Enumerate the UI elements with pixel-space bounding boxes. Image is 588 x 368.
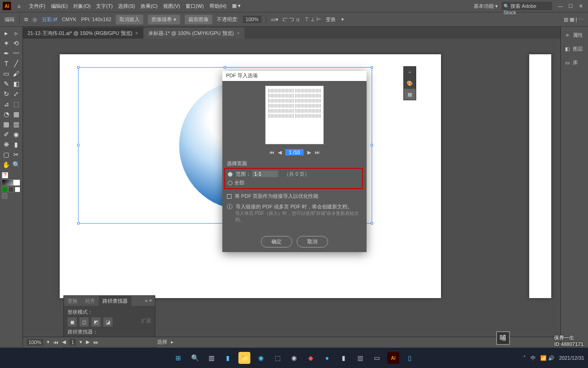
doc-tab-1[interactable]: 21-12-王鸿伟-01.ai* @ 150% (RGB/GPU 预览)× <box>23 28 143 39</box>
libraries-panel[interactable]: ▭库 <box>561 57 588 68</box>
arrange-docs-icon[interactable]: ▦ ▾ <box>230 2 243 11</box>
nav-first-icon[interactable]: ⏮ <box>53 339 58 345</box>
ok-button[interactable]: 确定 <box>261 236 292 247</box>
rectangle-tool[interactable]: ▭ <box>2 69 11 78</box>
menu-file[interactable]: 文件(F) <box>27 2 47 11</box>
magic-wand-tool[interactable]: ✶ <box>2 39 11 48</box>
panel-menu-icon[interactable]: « <box>404 67 416 78</box>
symbol-sprayer-tool[interactable]: ❋ <box>2 140 11 149</box>
app-icon-7[interactable]: ▯ <box>404 352 416 364</box>
minimize-button[interactable]: — <box>556 3 565 9</box>
next-page-icon[interactable]: ▶ <box>307 150 311 155</box>
artboard-2[interactable] <box>529 54 551 298</box>
linked-file[interactable]: 云彩.tif <box>42 16 57 23</box>
perspective-tool[interactable]: ▦ <box>12 109 21 119</box>
pathfinder-tab[interactable]: 路径查找器 <box>99 296 131 306</box>
curvature-tool[interactable]: 〰 <box>12 49 21 58</box>
illustrator-taskbar-icon[interactable]: Ai <box>387 352 399 364</box>
zoom-tool[interactable]: 🔍 <box>12 160 21 169</box>
taskview-icon[interactable]: ▥ <box>205 352 217 364</box>
color-panel-icon[interactable]: 🎨 <box>404 78 416 89</box>
image-trace-button[interactable]: 图像描摹 ▾ <box>148 15 180 24</box>
minus-front-icon[interactable]: ◻ <box>79 317 89 327</box>
scale-tool[interactable]: ⤢ <box>12 89 21 98</box>
explorer-icon[interactable]: 📁 <box>238 352 250 364</box>
transform-tab[interactable]: 变换 <box>64 296 81 306</box>
workspace-switcher[interactable]: 基本功能 ▾ <box>474 3 498 10</box>
swatch-none[interactable] <box>15 187 20 192</box>
width-tool[interactable]: ⊿ <box>2 99 11 109</box>
app-icon-5[interactable]: ▥ <box>354 352 366 364</box>
menu-type[interactable]: 文字(T) <box>94 2 114 11</box>
menu-select[interactable]: 选择(S) <box>116 2 137 11</box>
nav-next-icon[interactable]: ▶ <box>86 339 90 345</box>
crop-image-button[interactable]: 裁剪图像 <box>185 15 212 24</box>
last-page-icon[interactable]: ⏭ <box>315 150 320 155</box>
lasso-tool[interactable]: ⟲ <box>12 39 21 48</box>
direct-selection-tool[interactable]: ▹ <box>12 29 21 38</box>
default-fill-stroke[interactable]: ? <box>2 172 8 178</box>
swatch-gradient[interactable] <box>8 187 14 192</box>
menu-effect[interactable]: 效果(C) <box>139 2 159 11</box>
brush-tool[interactable]: 🖌 <box>12 69 21 78</box>
properties-panel[interactable]: ≡属性 <box>561 29 588 40</box>
status-arrow-icon[interactable]: ▸ <box>171 339 174 345</box>
system-tray[interactable]: ˄ 中 📶 🔊 2021/12/31 <box>523 355 584 362</box>
cancel-embed-button[interactable]: 取消嵌入 <box>116 15 143 24</box>
panel-collapse-icon[interactable]: « × <box>142 296 155 306</box>
expand-button[interactable]: 扩展 <box>141 317 151 327</box>
maximize-button[interactable]: ☐ <box>566 3 575 9</box>
cancel-button[interactable]: 取消 <box>297 236 328 247</box>
embed-icon[interactable]: ⧉ <box>24 17 28 23</box>
graph-tool[interactable]: ▮ <box>12 140 21 149</box>
close-button[interactable]: ✕ <box>576 3 585 9</box>
rotate-tool[interactable]: ↻ <box>2 89 11 98</box>
search-icon[interactable]: 🔍 <box>189 352 201 364</box>
swatch-color[interactable] <box>2 187 7 192</box>
edge-icon[interactable]: ◉ <box>255 352 267 364</box>
mesh-tool[interactable]: ▩ <box>2 120 11 129</box>
floating-panel[interactable]: « 🎨 ▦ <box>403 66 416 100</box>
tray-chevron-icon[interactable]: ˄ <box>523 355 526 361</box>
page-input[interactable]: 1 /10 <box>285 149 304 155</box>
panel-toggles[interactable]: ▥ ▦ | ⋯ <box>564 17 583 23</box>
blend-tool[interactable]: ◉ <box>12 130 21 139</box>
swatch-panel-icon[interactable]: ▦ <box>404 89 416 100</box>
slice-tool[interactable]: ✂ <box>12 150 21 159</box>
menu-object[interactable]: 对象(O) <box>71 2 92 11</box>
intersect-icon[interactable]: ◩ <box>91 317 101 327</box>
align-icons[interactable]: ▭▾ ⫍ ⫎ ⫏ ⊤ ⊥ ⊢ <box>271 17 322 23</box>
align-tab[interactable]: 对齐 <box>81 296 99 306</box>
app-icon-6[interactable]: ▭ <box>371 352 383 364</box>
search-stock[interactable]: 🔍 搜索 Adobe Stock <box>502 2 552 10</box>
menu-view[interactable]: 视图(V) <box>161 2 182 11</box>
wifi-icon[interactable]: 📶 🔊 <box>540 355 554 361</box>
app-icon[interactable]: ⬚ <box>271 352 283 364</box>
range-radio[interactable] <box>228 172 232 177</box>
isolate-icon[interactable]: ✦ <box>340 17 345 23</box>
widgets-icon[interactable]: ▮ <box>222 352 234 364</box>
chrome-icon[interactable]: ◉ <box>288 352 300 364</box>
first-page-icon[interactable]: ⏮ <box>269 150 274 155</box>
layers-panel[interactable]: ◧图层 <box>561 43 588 54</box>
doc-tab-2[interactable]: 未标题-1* @ 100% (CMYK/GPU 预览)× <box>144 28 244 39</box>
target-icon[interactable]: ◎ <box>33 17 37 23</box>
home-icon[interactable]: ⌂ <box>17 3 21 9</box>
app-icon-3[interactable]: ● <box>321 352 333 364</box>
close-tab-icon[interactable]: × <box>135 30 138 36</box>
exclude-icon[interactable]: ◪ <box>103 317 113 327</box>
shape-builder-tool[interactable]: ◔ <box>2 109 11 119</box>
transform-label[interactable]: 变换 <box>326 16 336 23</box>
color-swatches[interactable]: ? <box>2 172 21 200</box>
link-checkbox[interactable] <box>227 194 232 199</box>
menu-edit[interactable]: 编辑(E) <box>49 2 70 11</box>
type-tool[interactable]: T <box>2 59 11 68</box>
menu-help[interactable]: 帮助(H) <box>208 2 228 11</box>
unite-icon[interactable]: ◼ <box>68 317 77 327</box>
nav-prev-icon[interactable]: ◀ <box>62 339 66 345</box>
ime-icon[interactable]: 中 <box>531 355 536 362</box>
close-tab-icon[interactable]: × <box>237 30 239 36</box>
range-input[interactable]: 1-1 <box>252 171 278 177</box>
menu-window[interactable]: 窗口(W) <box>184 2 206 11</box>
free-transform-tool[interactable]: ⬚ <box>12 99 21 109</box>
